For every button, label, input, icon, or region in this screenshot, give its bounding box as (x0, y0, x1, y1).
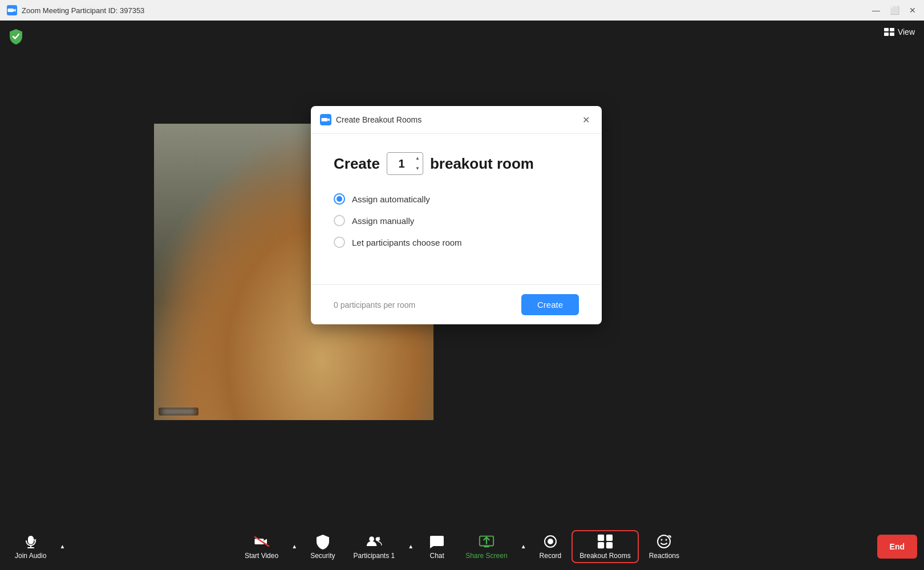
dialog-body: Create ▲ ▼ breakout room Assign automati… (311, 134, 602, 284)
reactions-button[interactable]: Reactions (641, 530, 687, 563)
participants-button[interactable]: 1 Participants 1 (345, 530, 403, 563)
participants-label: Participants 1 (353, 552, 395, 560)
assignment-options: Assign automatically Assign manually Let… (334, 193, 579, 248)
participants-choose-label: Let participants choose room (352, 238, 462, 247)
dialog-header-left: Create Breakout Rooms (320, 114, 422, 125)
toolbar: Join Audio ▲ Start Video ▲ (0, 523, 924, 570)
zoom-dialog-icon (320, 114, 331, 125)
svg-rect-20 (598, 542, 604, 548)
create-breakout-rooms-button[interactable]: Create (521, 294, 579, 315)
start-video-button[interactable]: Start Video (237, 530, 286, 563)
svg-text:1: 1 (378, 536, 380, 540)
record-button[interactable]: Record (532, 530, 570, 563)
svg-point-24 (666, 539, 667, 540)
zoom-icon (7, 5, 17, 15)
title-bar: Zoom Meeting Participant ID: 397353 — ⬜ … (0, 0, 924, 21)
grid-view-icon (884, 28, 894, 36)
security-shield-icon (7, 27, 25, 46)
dialog-header: Create Breakout Rooms ✕ (311, 106, 602, 134)
share-screen-icon (479, 534, 495, 549)
chat-label: Chat (430, 552, 444, 560)
breakout-rooms-icon (597, 534, 613, 549)
assign-auto-radio[interactable] (334, 193, 345, 205)
assign-auto-label: Assign automatically (352, 194, 430, 204)
dialog-title: Create Breakout Rooms (336, 115, 422, 124)
svg-rect-4 (890, 32, 894, 36)
chat-icon (429, 534, 445, 549)
reactions-label: Reactions (649, 552, 679, 560)
svg-rect-15 (484, 545, 489, 547)
participants-icon: 1 (366, 534, 382, 549)
increment-button[interactable]: ▲ (413, 153, 422, 164)
title-bar-title: Zoom Meeting Participant ID: 397353 (22, 6, 144, 15)
maximize-button[interactable]: ⬜ (890, 6, 899, 15)
close-button[interactable]: ✕ (908, 6, 917, 15)
svg-rect-21 (606, 542, 613, 548)
participant-name-tag (159, 408, 198, 416)
record-icon (542, 534, 558, 549)
toolbar-right: End (877, 535, 917, 559)
share-screen-label: Share Screen (465, 552, 507, 560)
svg-point-22 (658, 535, 670, 548)
title-bar-controls: — ⬜ ✕ (872, 6, 917, 15)
record-label: Record (540, 552, 562, 560)
create-text: Create (334, 155, 380, 173)
assign-manual-label: Assign manually (352, 216, 414, 226)
breakout-room-text: breakout room (430, 155, 534, 173)
participants-choose-radio[interactable] (334, 237, 345, 248)
assign-manually-option[interactable]: Assign manually (334, 215, 579, 226)
view-button[interactable]: View (884, 27, 915, 36)
breakout-rooms-button[interactable]: Breakout Rooms (572, 530, 638, 563)
reactions-icon (656, 534, 672, 549)
dialog-footer: 0 participants per room Create (311, 284, 602, 324)
room-count-wrapper: ▲ ▼ (387, 152, 423, 175)
decrement-button[interactable]: ▼ (413, 164, 422, 174)
join-audio-button[interactable]: Join Audio (7, 530, 54, 563)
end-button[interactable]: End (877, 535, 917, 559)
create-rooms-header: Create ▲ ▼ breakout room (334, 152, 579, 175)
svg-rect-3 (884, 32, 889, 36)
start-video-chevron[interactable]: ▲ (289, 535, 300, 558)
security-toolbar-icon (315, 534, 331, 549)
assign-automatically-option[interactable]: Assign automatically (334, 193, 579, 205)
join-audio-chevron[interactable]: ▲ (56, 535, 68, 558)
spinner-buttons: ▲ ▼ (413, 153, 422, 174)
assign-manual-radio[interactable] (334, 215, 345, 226)
toolbar-center: Start Video ▲ Security 1 (237, 530, 687, 563)
toolbar-left: Join Audio ▲ (7, 530, 68, 563)
view-label: View (898, 27, 915, 36)
breakout-rooms-dialog: Create Breakout Rooms ✕ Create ▲ ▼ break… (311, 106, 602, 324)
join-audio-icon (23, 534, 39, 549)
main-content: View Create Breakout Rooms ✕ Cr (0, 21, 924, 523)
start-video-label: Start Video (245, 552, 278, 560)
svg-point-23 (661, 539, 663, 540)
svg-rect-18 (598, 534, 604, 540)
join-audio-label: Join Audio (15, 552, 46, 560)
security-button[interactable]: Security (302, 530, 343, 563)
dialog-close-button[interactable]: ✕ (579, 113, 593, 127)
share-screen-chevron[interactable]: ▲ (518, 535, 529, 558)
share-screen-button[interactable]: Share Screen (457, 530, 515, 563)
svg-rect-19 (606, 534, 613, 540)
start-video-icon (254, 534, 270, 549)
chat-button[interactable]: Chat (419, 530, 455, 563)
svg-point-10 (369, 536, 374, 542)
let-participants-choose-option[interactable]: Let participants choose room (334, 237, 579, 248)
svg-rect-1 (884, 28, 889, 31)
svg-rect-2 (890, 28, 894, 31)
breakout-rooms-label: Breakout Rooms (579, 552, 630, 560)
minimize-button[interactable]: — (872, 6, 881, 15)
svg-point-17 (548, 539, 553, 544)
svg-point-25 (670, 535, 671, 537)
title-bar-left: Zoom Meeting Participant ID: 397353 (7, 5, 144, 15)
participants-chevron[interactable]: ▲ (405, 535, 416, 558)
participants-per-room-info: 0 participants per room (334, 300, 415, 310)
security-label: Security (310, 552, 335, 560)
